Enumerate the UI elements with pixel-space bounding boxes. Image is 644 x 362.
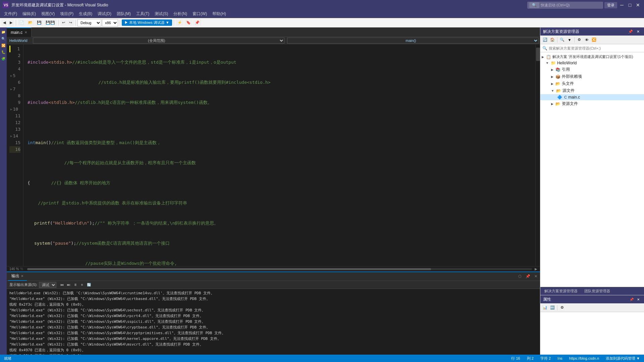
toolbar-extra-3[interactable]: 📌 bbox=[193, 19, 201, 26]
toolbar-back-btn[interactable]: ◀ bbox=[1, 19, 7, 26]
se-search-icon: 🔍 bbox=[542, 46, 547, 51]
status-add-source-control[interactable]: 添加到源代码管理 ▼ bbox=[604, 356, 641, 361]
menu-view[interactable]: 视图(V) bbox=[39, 10, 57, 17]
props-pin-btn[interactable]: 📌 bbox=[629, 296, 635, 302]
output-source-select[interactable]: 调试 bbox=[39, 282, 56, 288]
code-content[interactable]: #include<stdio.h>//#include就是导入一个文件的意思，s… bbox=[23, 44, 535, 266]
scope-select-left[interactable]: (全局范围) bbox=[33, 38, 284, 44]
panel-dock-btn[interactable]: 📌 bbox=[524, 274, 532, 279]
menu-project[interactable]: 项目(P) bbox=[57, 10, 76, 17]
toolbar-new-btn[interactable]: 📄 bbox=[18, 19, 26, 26]
login-button[interactable]: 登录 bbox=[604, 2, 617, 8]
bottom-panel: 输出 ✕ ⬡ 📌 ✕ 显示输出来源(S): 调试 ⏮ ⏭ bbox=[7, 272, 540, 362]
se-filter-btn[interactable]: 🔍 bbox=[559, 37, 566, 43]
output-line-10: 线程 0x4970 已退出，返回值为 0 (0x0)。 bbox=[9, 347, 537, 353]
toolbar-extra-2[interactable]: 🔖 bbox=[184, 19, 193, 26]
toolbar-undo-btn[interactable]: ↩ bbox=[60, 19, 67, 26]
output-tab-close[interactable]: ✕ bbox=[21, 274, 23, 278]
toolbar-sep-5 bbox=[174, 20, 174, 26]
search-icon: 🔍 bbox=[529, 2, 539, 8]
vs-logo-icon: VS bbox=[3, 2, 9, 8]
props-alphabetic-btn[interactable]: 🔤 bbox=[549, 304, 556, 311]
tab-team-explorer[interactable]: 团队资源管理器 bbox=[582, 288, 613, 294]
quick-launch-input[interactable] bbox=[541, 3, 601, 7]
activity-git[interactable]: 🔀 bbox=[0, 42, 6, 48]
quick-launch-box[interactable]: 🔍 bbox=[527, 2, 603, 9]
minimize-button[interactable]: ─ bbox=[619, 2, 625, 8]
menu-test[interactable]: 测试(S) bbox=[152, 10, 171, 17]
output-btn-4[interactable]: ≡ bbox=[79, 282, 85, 288]
status-blog-link[interactable]: https://blog.csdn.n bbox=[568, 356, 600, 360]
editor-tab-main-c[interactable]: main.c ✕ bbox=[7, 27, 32, 37]
output-btn-3[interactable]: ⏸ bbox=[72, 282, 78, 288]
menu-edit[interactable]: 编辑(E) bbox=[20, 10, 39, 17]
platform-select[interactable]: x86 x64 bbox=[102, 19, 118, 26]
tree-resource-files[interactable]: ▶ 📂 资源文件 bbox=[540, 100, 644, 107]
menu-help[interactable]: 帮助(H) bbox=[210, 10, 229, 17]
output-tab[interactable]: 输出 ✕ bbox=[8, 272, 27, 281]
debug-run-button[interactable]: ▶ 本地 Windows 调试器 ▼ bbox=[122, 19, 172, 26]
tree-references[interactable]: ▶ 📚 引用 bbox=[540, 66, 644, 73]
status-col[interactable]: 列 2 bbox=[526, 356, 535, 361]
scope-select-right[interactable]: main() bbox=[287, 38, 539, 44]
toolbar-redo-btn[interactable]: ↪ bbox=[67, 19, 74, 26]
activity-search[interactable]: 🔍 bbox=[0, 36, 6, 42]
se-git-btn[interactable]: 🔀 bbox=[591, 37, 597, 43]
tree-header-files[interactable]: ▶ 📂 头文件 bbox=[540, 80, 644, 87]
toolbar-forward-btn[interactable]: ▶ bbox=[8, 19, 14, 26]
activity-debug[interactable]: 🐛 bbox=[0, 49, 6, 55]
tree-source-files[interactable]: ▼ 📂 源文件 bbox=[540, 87, 644, 94]
panel-float-btn[interactable]: ⬡ bbox=[517, 274, 523, 279]
se-home-btn[interactable]: 🏠 bbox=[549, 37, 556, 43]
title-right: 🔍 登录 ─ □ ✕ bbox=[527, 2, 641, 9]
close-button[interactable]: ✕ bbox=[635, 2, 641, 8]
tab-close-icon[interactable]: ✕ bbox=[24, 31, 27, 34]
se-properties-btn[interactable]: ⚙ bbox=[576, 37, 583, 43]
activity-explorer[interactable]: 📁 bbox=[0, 29, 6, 35]
menu-team[interactable]: 团队(M) bbox=[114, 10, 133, 17]
output-tab-label: 输出 bbox=[11, 273, 19, 279]
toolbar-save-all-btn[interactable]: 💾💾 bbox=[44, 19, 57, 26]
toolbar-extra-1[interactable]: ⚡ bbox=[176, 19, 184, 26]
output-btn-1[interactable]: ⏮ bbox=[59, 282, 65, 288]
status-ins[interactable]: Ins bbox=[556, 356, 564, 360]
menu-file[interactable]: 文件(F) bbox=[1, 10, 20, 17]
tree-main-c[interactable]: 🔷 C main.c bbox=[540, 94, 644, 100]
props-close-btn[interactable]: ✕ bbox=[635, 296, 641, 302]
menu-tools[interactable]: 工具(T) bbox=[133, 10, 152, 17]
activity-extensions[interactable]: 🧩 bbox=[0, 56, 6, 62]
toolbar-save-btn[interactable]: 💾 bbox=[35, 19, 43, 26]
menu-debug[interactable]: 调试(D) bbox=[95, 10, 114, 17]
restore-button[interactable]: □ bbox=[627, 2, 633, 8]
menu-build[interactable]: 生成(B) bbox=[76, 10, 95, 17]
status-ready[interactable]: 就绪 bbox=[3, 356, 13, 361]
toolbar-open-btn[interactable]: 📂 bbox=[26, 19, 35, 26]
props-categorized-btn[interactable]: 📊 bbox=[542, 304, 548, 311]
se-preview-btn[interactable]: 👁 bbox=[583, 37, 590, 43]
menu-analyze[interactable]: 分析(N) bbox=[171, 10, 190, 17]
tree-project[interactable]: ▼ 📁 HelloWorld bbox=[540, 60, 644, 66]
props-pages-btn[interactable]: ⚙ bbox=[559, 304, 566, 311]
output-btn-5[interactable]: 🔄 bbox=[86, 282, 92, 288]
tree-external-deps[interactable]: ▶ 📦 外部依赖项 bbox=[540, 73, 644, 80]
se-close-btn[interactable]: ✕ bbox=[635, 28, 641, 35]
output-btn-2[interactable]: ⏭ bbox=[66, 282, 72, 288]
status-line[interactable]: 行 16 bbox=[510, 356, 521, 361]
output-line-9: "HelloWorld.exe" (Win32): 已加载 "C:\Window… bbox=[9, 342, 537, 347]
config-select[interactable]: Debug Release bbox=[77, 19, 101, 26]
se-collapse-btn[interactable]: ▼ bbox=[566, 37, 573, 43]
se-search-input[interactable] bbox=[549, 46, 642, 50]
tab-solution-explorer[interactable]: 解决方案资源管理器 bbox=[542, 288, 580, 294]
status-char[interactable]: 字符 2 bbox=[539, 356, 552, 361]
panel-close-btn[interactable]: ✕ bbox=[533, 274, 539, 279]
se-search-bar[interactable]: 🔍 bbox=[540, 44, 644, 52]
menu-window[interactable]: 窗口(W) bbox=[190, 10, 210, 17]
scroll-right-btn[interactable]: ▶ bbox=[535, 267, 537, 271]
se-sync-btn[interactable]: 🔄 bbox=[542, 37, 548, 43]
h-scrollbar[interactable] bbox=[27, 268, 532, 270]
tree-solution-root[interactable]: ▶ 📋 解决方案 '开发环境搭建及调试窗口设置'(1个项目) bbox=[540, 54, 644, 60]
toolbar-sep-1 bbox=[16, 20, 16, 26]
se-pin-btn[interactable]: 📌 bbox=[627, 28, 634, 35]
zoom-level[interactable]: 146 % bbox=[9, 267, 19, 271]
breadcrumb-project[interactable]: HelloWorld bbox=[8, 38, 29, 43]
